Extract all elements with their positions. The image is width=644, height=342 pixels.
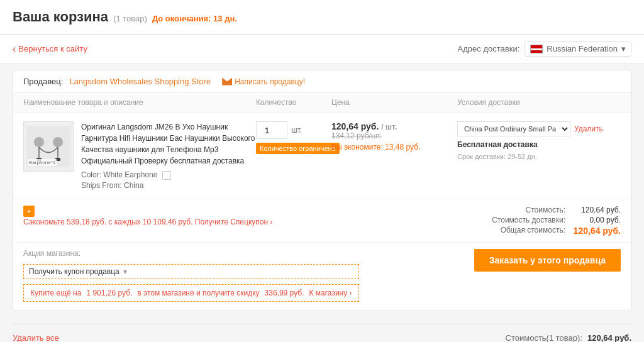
order-from-seller-button[interactable]: Заказать у этого продавца [474, 249, 621, 272]
subtotal-value: 120,64 руб. [570, 226, 621, 236]
delivery-cost-label: Стоимость доставки: [492, 216, 565, 224]
product-ships: Ships From: China [81, 181, 256, 190]
seller-name: Langsdom Wholesales Shopping Store [69, 77, 211, 86]
contact-seller-link[interactable]: Написать продавцу! [235, 77, 305, 86]
envelope-icon [222, 78, 232, 86]
table-row: Earphone*1 Оригинал Langsdom JM26 В Ухо … [13, 113, 631, 199]
shop-actions-label: Акция магазина: [23, 249, 359, 258]
savings-bar: + Сэкономьте 539,18 руб. с каждых 10 109… [13, 199, 631, 243]
col-header-quantity: Количество [256, 98, 331, 107]
back-to-site-link[interactable]: Вернуться к сайту [13, 43, 87, 55]
cost-label: Стоимость: [526, 206, 565, 214]
subtotal-label: Общая стоимость: [501, 226, 565, 236]
cost-value: 120,64 руб. [570, 206, 621, 214]
delivery-cell: China Post Ordinary Small Packet Удалить… [457, 121, 621, 160]
seller-label: Продавец: [23, 77, 63, 86]
actions-row: Акция магазина: Получить купон продавца … [13, 243, 631, 311]
qty-unit: шт. [291, 126, 302, 135]
delivery-cost-value: 0,00 руб. [570, 216, 621, 224]
country-name: Russian Federation [547, 44, 618, 53]
chevron-down-icon: ▾ [621, 44, 626, 53]
product-info: Earphone*1 Оригинал Langsdom JM26 В Ухо … [23, 121, 256, 190]
delivery-days: Срок доставки: 29-52 дн. [457, 153, 621, 160]
shop-link[interactable]: К магазину › [309, 289, 352, 297]
savings-icon: + [23, 206, 35, 217]
quantity-input[interactable] [256, 121, 287, 139]
savings-coupon-link[interactable]: Получите Спецкупон › [195, 218, 273, 226]
price-old: 134,12 руб/шт. [331, 131, 457, 140]
quantity-cell: шт. Количество ограничено [256, 121, 331, 154]
russia-flag-icon [530, 45, 543, 53]
svg-point-1 [34, 137, 44, 147]
col-header-delivery: Условия доставки [457, 98, 621, 107]
earphone-label: Earphone*1 [28, 159, 57, 166]
coupon-selector[interactable]: Получить купон продавца ▾ [23, 264, 359, 279]
promo-bar: Купите ещё на 1 901,26 руб. в этом магаз… [23, 284, 359, 302]
col-header-price: Цена [331, 98, 457, 107]
delivery-method-select[interactable]: China Post Ordinary Small Packet [457, 121, 570, 136]
bottom-cost-value: 120,64 руб. [587, 333, 631, 342]
savings-text: Сэкономьте 539,18 руб. с каждых 10 109,4… [23, 218, 195, 226]
countdown-value: 13 [213, 14, 222, 23]
delete-all-link[interactable]: Удалить все [13, 333, 87, 342]
delivery-address-label: Адрес доставки: [458, 44, 520, 53]
country-selector[interactable]: Russian Federation ▾ [525, 41, 631, 57]
product-image: Earphone*1 [23, 121, 74, 172]
price-main: 120,64 руб. / шт. [331, 121, 457, 131]
delivery-free: Бесплатная доставка [457, 140, 621, 149]
col-header-product: Наименование товара и описание [23, 98, 256, 107]
delete-item-link[interactable]: Удалить [574, 124, 603, 133]
item-count: (1 товар) [113, 14, 147, 23]
price-cell: 120,64 руб. / шт. 134,12 руб/шт. Вы экон… [331, 121, 457, 152]
product-color: Color: White Earphone [81, 170, 256, 180]
bottom-cost-label: Стоимость(1 товар): [506, 333, 582, 342]
qty-warning: Количество ограничено [256, 143, 340, 154]
countdown: До окончания: 13 дн. [152, 14, 237, 23]
product-title: Оригинал Langsdom JM26 В Ухо Наушник Гар… [81, 121, 256, 167]
color-swatch [162, 171, 171, 180]
page-title: Ваша корзина [13, 9, 108, 25]
price-save: Вы экономите: 13,48 руб. [331, 143, 457, 152]
chevron-down-icon: ▾ [123, 267, 127, 276]
svg-point-2 [53, 137, 63, 147]
